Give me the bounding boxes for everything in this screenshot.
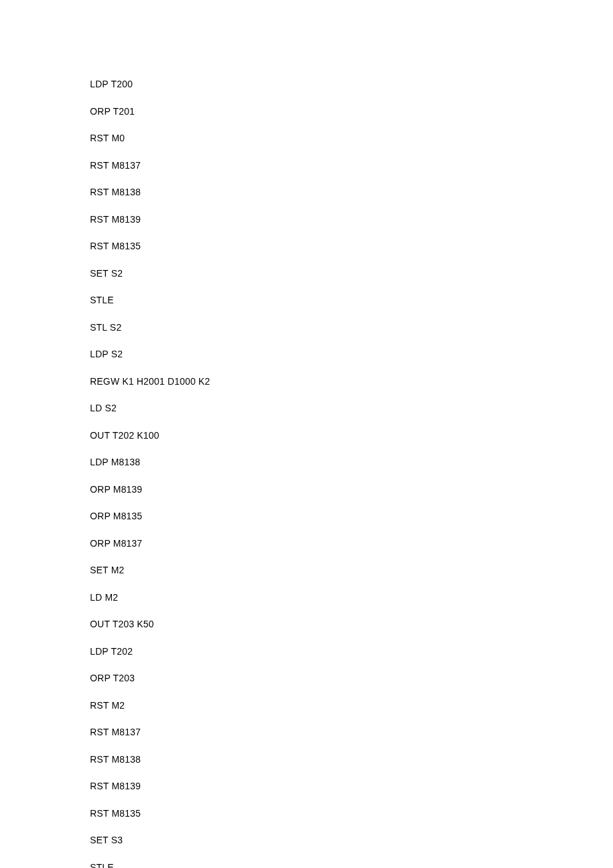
code-line: LD M2 xyxy=(90,592,613,603)
code-line: RST M8138 xyxy=(90,187,613,197)
code-line: RST M8138 xyxy=(90,754,613,765)
code-line: LD S2 xyxy=(90,403,613,413)
code-line: OUT T203 K50 xyxy=(90,619,613,629)
code-line: SET S2 xyxy=(90,268,613,279)
code-line: RST M8139 xyxy=(90,781,613,791)
code-line: SET M2 xyxy=(90,565,613,575)
code-line: ORP M8137 xyxy=(90,538,613,549)
code-line: RST M8137 xyxy=(90,727,613,737)
code-line: ORP T201 xyxy=(90,106,613,117)
code-line: STLE xyxy=(90,862,613,869)
code-line: SET S3 xyxy=(90,835,613,845)
code-line: LDP T200 xyxy=(90,79,613,89)
code-line: RST M8135 xyxy=(90,241,613,251)
code-line: RST M0 xyxy=(90,133,613,143)
code-line: ORP M8135 xyxy=(90,511,613,521)
code-line: LDP S2 xyxy=(90,349,613,359)
code-line: LDP T202 xyxy=(90,646,613,657)
code-line: STL S2 xyxy=(90,322,613,333)
code-listing: LDP T200ORP T201RST M0RST M8137RST M8138… xyxy=(90,79,613,868)
code-line: REGW K1 H2001 D1000 K2 xyxy=(90,376,613,387)
code-line: RST M2 xyxy=(90,700,613,711)
code-line: LDP M8138 xyxy=(90,457,613,467)
code-line: ORP M8139 xyxy=(90,484,613,495)
code-line: RST M8137 xyxy=(90,160,613,171)
code-line: ORP T203 xyxy=(90,673,613,683)
code-line: STLE xyxy=(90,295,613,305)
code-line: RST M8135 xyxy=(90,808,613,819)
code-line: RST M8139 xyxy=(90,214,613,225)
code-line: OUT T202 K100 xyxy=(90,430,613,441)
